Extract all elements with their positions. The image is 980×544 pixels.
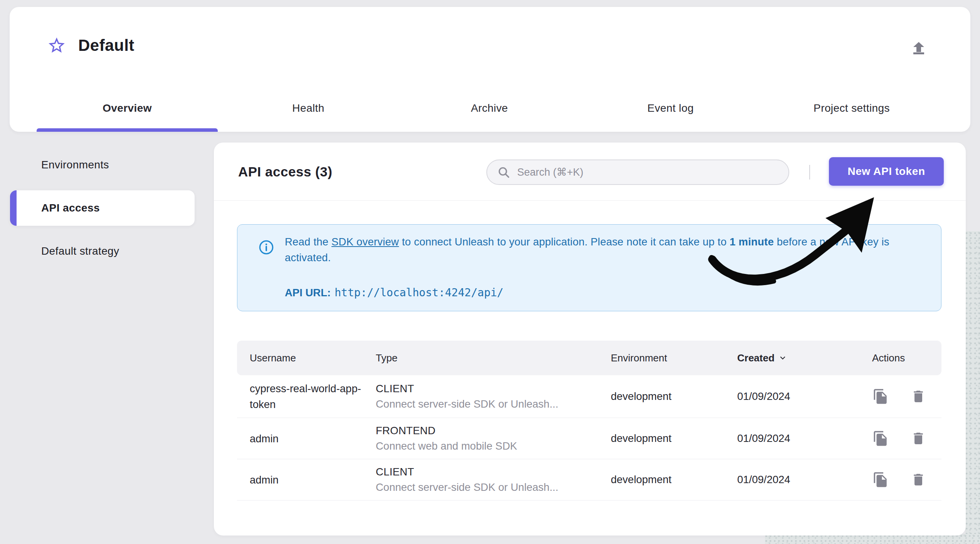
copy-token-button[interactable] <box>872 388 889 405</box>
search-box[interactable] <box>486 160 789 185</box>
tab-health[interactable]: Health <box>218 85 399 132</box>
alert-message: Read the SDK overview to connect Unleash… <box>285 234 938 265</box>
header-type[interactable]: Type <box>376 352 611 364</box>
tab-label: Overview <box>103 102 152 114</box>
tab-archive[interactable]: Archive <box>399 85 580 132</box>
api-url-line: API URL:http://localhost:4242/api/ <box>285 286 503 299</box>
sidebar-item-label: Environments <box>41 159 109 171</box>
token-environment: development <box>611 432 737 445</box>
header-divider <box>809 165 810 180</box>
token-type-description: Connect web and mobile SDK <box>376 440 611 452</box>
info-icon <box>258 239 274 255</box>
upload-icon <box>909 39 928 57</box>
token-table-body: cypress-real-world-app-token CLIENT Conn… <box>237 375 941 500</box>
token-type: CLIENT <box>376 466 611 478</box>
page-title: Default <box>78 36 134 55</box>
sidebar-item-label: API access <box>41 202 100 214</box>
token-type-description: Connect server-side SDK or Unleash... <box>376 481 611 494</box>
sidebar-item-environments[interactable]: Environments <box>10 147 195 183</box>
token-actions <box>865 388 941 405</box>
tab-label: Project settings <box>814 102 890 114</box>
token-username: admin <box>237 472 376 488</box>
header-environment[interactable]: Environment <box>611 352 737 364</box>
panel-header-separator <box>214 200 966 201</box>
token-username: admin <box>237 431 376 447</box>
token-created-date: 01/09/2024 <box>737 473 865 486</box>
project-tabs: Overview Health Archive Event log Projec… <box>37 85 942 132</box>
tab-label: Health <box>292 102 324 114</box>
api-tokens-table: Username Type Environment Created Action… <box>237 341 941 500</box>
trash-icon <box>911 431 926 446</box>
project-header-card: Default Overview Health Archive Event lo… <box>10 7 970 132</box>
project-header: Default <box>47 35 134 55</box>
token-type-cell: FRONTEND Connect web and mobile SDK <box>376 425 611 452</box>
tab-event-log[interactable]: Event log <box>580 85 761 132</box>
delete-token-button[interactable] <box>910 471 927 488</box>
token-environment: development <box>611 390 737 403</box>
token-created-date: 01/09/2024 <box>737 432 865 445</box>
token-table-row: admin FRONTEND Connect web and mobile SD… <box>237 418 941 459</box>
settings-sidebar: Environments API access Default strategy <box>10 147 195 269</box>
copy-icon <box>872 472 889 488</box>
sidebar-item-api-access[interactable]: API access <box>10 190 195 226</box>
tab-project-settings[interactable]: Project settings <box>761 85 942 132</box>
header-username[interactable]: Username <box>237 352 376 364</box>
header-created[interactable]: Created <box>737 352 865 364</box>
tab-label: Event log <box>647 102 694 114</box>
token-type-cell: CLIENT Connect server-side SDK or Unleas… <box>376 466 611 494</box>
sidebar-item-label: Default strategy <box>41 245 119 257</box>
copy-icon <box>872 430 889 447</box>
star-outline-icon <box>47 36 66 55</box>
token-actions <box>865 430 941 447</box>
token-username: cypress-real-world-app-token <box>237 381 376 412</box>
panel-title: API access (3) <box>238 164 332 180</box>
header-created-label: Created <box>737 352 775 364</box>
api-url-label: API URL: <box>285 287 331 299</box>
copy-token-button[interactable] <box>872 471 889 488</box>
copy-icon <box>872 388 889 405</box>
favorite-star-button[interactable] <box>47 35 67 55</box>
sidebar-item-default-strategy[interactable]: Default strategy <box>10 233 195 269</box>
trash-icon <box>911 389 926 404</box>
header-actions: Actions <box>865 352 941 364</box>
token-actions <box>865 471 941 488</box>
tab-overview[interactable]: Overview <box>37 85 218 132</box>
search-input[interactable] <box>517 166 778 178</box>
export-button[interactable] <box>909 39 929 59</box>
delete-token-button[interactable] <box>910 430 927 447</box>
background-texture <box>965 231 980 544</box>
api-url-value: http://localhost:4242/api/ <box>335 286 503 299</box>
token-type-description: Connect server-side SDK or Unleash... <box>376 398 611 410</box>
delete-token-button[interactable] <box>910 388 927 405</box>
search-icon <box>497 166 510 179</box>
token-type: CLIENT <box>376 383 611 395</box>
api-access-panel: API access (3) New API token Read the SD… <box>214 143 966 536</box>
new-api-token-button[interactable]: New API token <box>829 157 944 186</box>
token-type: FRONTEND <box>376 425 611 437</box>
trash-icon <box>911 472 926 487</box>
token-environment: development <box>611 473 737 486</box>
token-type-cell: CLIENT Connect server-side SDK or Unleas… <box>376 383 611 410</box>
sdk-info-alert: Read the SDK overview to connect Unleash… <box>237 224 941 311</box>
token-table-row: cypress-real-world-app-token CLIENT Conn… <box>237 375 941 418</box>
token-table-row: admin CLIENT Connect server-side SDK or … <box>237 459 941 500</box>
sdk-overview-link[interactable]: SDK overview <box>331 236 399 248</box>
token-created-date: 01/09/2024 <box>737 390 865 403</box>
copy-token-button[interactable] <box>872 430 889 447</box>
table-header-row: Username Type Environment Created Action… <box>237 341 941 375</box>
tab-label: Archive <box>471 102 508 114</box>
chevron-down-icon <box>778 353 788 363</box>
